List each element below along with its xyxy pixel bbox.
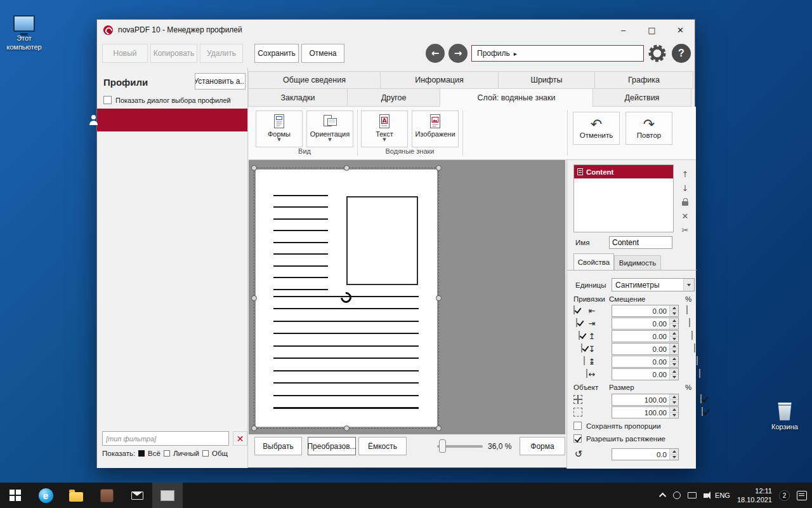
language-indicator[interactable]: ENG	[715, 491, 730, 499]
taskbar-clock[interactable]: 12:11 18.10.2021	[737, 486, 772, 505]
title-bar[interactable]: novaPDF 10 - Менеджер профилей – □ ✕	[97, 20, 695, 40]
taskbar-mail-button[interactable]	[122, 483, 152, 508]
resize-handle-w[interactable]	[251, 295, 257, 301]
tab-graphics[interactable]: Графика	[594, 71, 693, 89]
resize-handle-n[interactable]	[344, 165, 350, 171]
tab-watermarks-layer[interactable]: Слой: водяные знаки	[440, 88, 593, 107]
delete-profile-button[interactable]: Удалить	[200, 44, 243, 63]
offset-vcenter-percent-checkbox[interactable]	[697, 356, 698, 365]
new-profile-button[interactable]: Новый	[102, 44, 148, 63]
resize-handle-e[interactable]	[436, 295, 442, 301]
resize-handle-nw[interactable]	[251, 165, 257, 171]
show-dialog-checkbox[interactable]	[103, 96, 112, 104]
filter-personal-radio[interactable]	[164, 450, 170, 457]
transform-button[interactable]: Преобразов...	[308, 437, 356, 455]
offset-top-percent-checkbox[interactable]	[691, 331, 693, 340]
tab-general[interactable]: Общие сведения	[248, 71, 381, 89]
show-dialog-row[interactable]: Показать диалог выбора профилей	[103, 96, 246, 104]
keep-proportions-row[interactable]: Сохранять пропорции	[573, 422, 661, 430]
save-button[interactable]: Сохранить	[254, 44, 299, 63]
tray-expand-icon[interactable]	[659, 493, 666, 500]
minimize-button[interactable]: –	[609, 20, 638, 40]
tab-actions[interactable]: Действия	[593, 88, 691, 107]
maximize-button[interactable]: □	[638, 20, 666, 40]
desktop-icon-this-pc[interactable]: Этот компьютер	[4, 15, 44, 52]
forward-button[interactable]: →	[449, 44, 468, 63]
filter-input[interactable]	[102, 431, 229, 446]
filter-all-radio[interactable]	[138, 450, 145, 457]
keep-proportions-checkbox[interactable]	[573, 422, 582, 430]
layers-list[interactable]: Content	[573, 164, 674, 232]
desktop-icon-recycle-bin[interactable]: Корзина	[764, 403, 805, 432]
layer-move-up-button[interactable]: ↑	[679, 168, 691, 180]
offset-left-percent-checkbox[interactable]	[686, 305, 688, 314]
back-button[interactable]: ←	[426, 44, 445, 63]
tray-status-icon[interactable]	[673, 491, 681, 499]
layer-delete-button[interactable]: ✕	[679, 210, 691, 222]
resize-handle-ne[interactable]	[436, 165, 442, 171]
width-spinner[interactable]: 100.00	[612, 394, 679, 406]
redo-button[interactable]: ↷ Повтор	[625, 112, 672, 145]
layer-move-down-button[interactable]: ↓	[679, 182, 691, 194]
name-input[interactable]	[609, 236, 672, 249]
offset-vcenter-spinner[interactable]: 0.00	[612, 356, 679, 368]
taskbar-app-button[interactable]	[91, 483, 122, 508]
resize-handle-sw[interactable]	[251, 425, 257, 431]
undo-button[interactable]: ↶ Отменить	[573, 112, 620, 145]
offset-right-spinner[interactable]: 0.00	[612, 318, 679, 330]
offset-bottom-spinner[interactable]: 0.00	[612, 343, 679, 355]
help-button[interactable]: ?	[672, 44, 691, 63]
layer-cut-button[interactable]: ✂	[679, 224, 691, 236]
volume-icon[interactable]	[704, 493, 708, 498]
width-percent-checkbox[interactable]	[700, 394, 702, 403]
tab-properties[interactable]: Свойства	[573, 253, 614, 271]
forms-button[interactable]: Формы ▼	[256, 110, 303, 147]
start-button[interactable]	[0, 483, 30, 508]
zoom-slider[interactable]	[437, 439, 483, 453]
height-percent-checkbox[interactable]	[702, 407, 703, 416]
taskbar-active-window-button[interactable]	[152, 483, 183, 508]
zoom-slider-thumb[interactable]	[439, 439, 446, 453]
tab-fonts[interactable]: Шрифты	[498, 71, 595, 89]
anchor-top-checkbox[interactable]	[579, 331, 580, 340]
layer-lock-button[interactable]	[679, 196, 691, 208]
copy-profile-button[interactable]: Копировать	[150, 44, 197, 63]
close-button[interactable]: ✕	[666, 20, 695, 40]
offset-hcenter-percent-checkbox[interactable]	[699, 369, 700, 378]
offset-bottom-percent-checkbox[interactable]	[694, 344, 695, 352]
offset-right-percent-checkbox[interactable]	[689, 318, 690, 327]
shape-button[interactable]: Форма	[520, 437, 565, 455]
tab-information[interactable]: Информация	[380, 71, 499, 89]
capacity-button[interactable]: Ёмкость	[358, 437, 407, 455]
taskbar-explorer-button[interactable]	[61, 483, 91, 508]
anchor-left-checkbox[interactable]	[573, 305, 575, 314]
filter-public-radio[interactable]	[202, 450, 209, 457]
rotation-spinner[interactable]: 0.0	[612, 448, 679, 460]
network-icon[interactable]	[688, 492, 697, 498]
allow-stretch-checkbox[interactable]	[573, 434, 582, 443]
watermark-selection[interactable]	[254, 168, 439, 429]
height-spinner[interactable]: 100.00	[612, 406, 679, 418]
tab-other[interactable]: Другое	[347, 88, 440, 107]
tab-visibility[interactable]: Видимость	[614, 255, 661, 271]
cancel-button[interactable]: Отмена	[301, 44, 344, 63]
filter-clear-button[interactable]: ✕	[233, 431, 247, 446]
image-watermark-button[interactable]: Изображени	[412, 110, 459, 147]
profile-list-item-selected[interactable]	[97, 109, 247, 131]
action-center-icon[interactable]	[797, 491, 807, 500]
units-select[interactable]: Сантиметры	[612, 278, 695, 291]
taskbar-edge-button[interactable]: e	[30, 483, 61, 508]
offset-left-spinner[interactable]: 0.00	[612, 305, 679, 317]
settings-button[interactable]	[646, 43, 668, 64]
install-button[interactable]: Установить а...	[195, 73, 246, 90]
allow-stretch-row[interactable]: Разрешить растяжение	[573, 434, 665, 443]
breadcrumb[interactable]: Профиль ▸	[471, 45, 644, 62]
anchor-bottom-checkbox[interactable]	[581, 344, 582, 352]
select-button[interactable]: Выбрать	[254, 437, 302, 455]
offset-hcenter-spinner[interactable]: 0.00	[612, 368, 679, 380]
offset-top-spinner[interactable]: 0.00	[612, 330, 679, 342]
resize-handle-s[interactable]	[344, 425, 350, 431]
orientation-button[interactable]: Ориентация ▼	[306, 110, 353, 147]
page-preview-area[interactable]	[249, 160, 565, 434]
anchor-right-checkbox[interactable]	[576, 318, 577, 327]
